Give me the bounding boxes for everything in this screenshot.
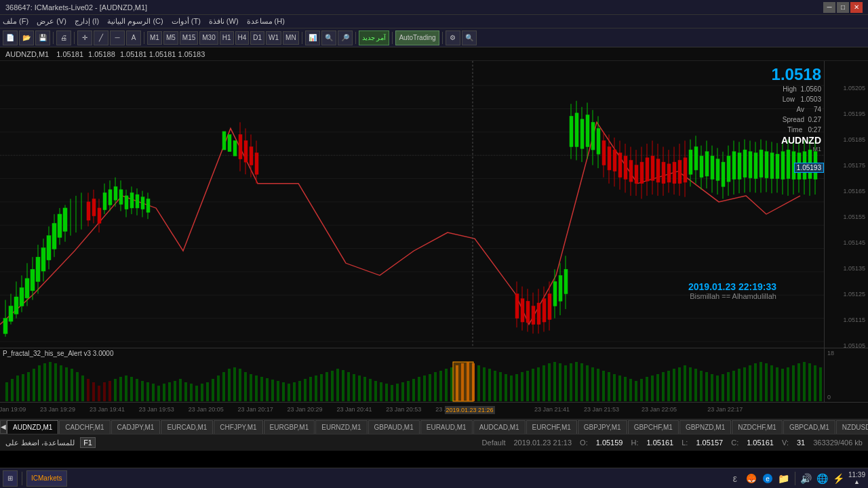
svg-rect-207	[98, 386, 100, 401]
taskbar-network-icon[interactable]: 🌐	[816, 472, 829, 485]
tab-gbpnzd-m1[interactable]: GBPNZD,M1	[679, 420, 731, 434]
taskbar-lang-icon[interactable]: ε	[728, 472, 742, 485]
svg-rect-310	[646, 377, 648, 401]
tf-m5[interactable]: M5	[163, 31, 178, 45]
tf-mn[interactable]: MN	[283, 31, 299, 45]
menu-window[interactable]: نافذة (W)	[209, 17, 239, 26]
taskbar-power-icon[interactable]: ⚡	[832, 472, 846, 485]
taskbar-browser1-icon[interactable]: 🦊	[745, 472, 758, 485]
chart-type-button[interactable]: 📊	[305, 30, 320, 45]
tab-eurgbp-m1[interactable]: EURGBP,M1	[264, 420, 315, 434]
tab-euraud-m1[interactable]: EURAUD,M1	[420, 420, 473, 434]
menu-charts[interactable]: الرسوم البيانية (C)	[107, 17, 163, 26]
taskbar-browser2-icon[interactable]: e	[761, 472, 774, 485]
tab-nzdusd-m1[interactable]: NZDUSD,M1	[836, 420, 868, 434]
zoom-out-button[interactable]: 🔎	[338, 30, 353, 45]
maximize-button[interactable]: □	[837, 2, 849, 13]
tab-nzdchf-m1[interactable]: NZDCHF,M1	[732, 420, 783, 434]
symbol-bid: 1.05181	[56, 50, 83, 58]
svg-rect-230	[222, 372, 225, 401]
zoom-in-button[interactable]: 🔍	[321, 30, 336, 45]
tab-eurchf-m1[interactable]: EURCHF,M1	[526, 420, 577, 434]
tabs-scroll-left[interactable]: ◀	[0, 420, 7, 434]
close-button[interactable]: ✕	[850, 2, 863, 13]
chart-area-wrapper: ✋ 1.0518 High 1.0560 Low 1.0503 Av 74 Sp…	[0, 61, 868, 419]
tab-gbpchf-m1[interactable]: GBPCHF,M1	[628, 420, 679, 434]
save-button[interactable]: 💾	[35, 30, 50, 45]
crosshair-button[interactable]: ✛	[77, 30, 92, 45]
svg-rect-329	[749, 365, 751, 401]
new-order-button[interactable]: آمر جديد	[359, 30, 390, 45]
svg-rect-236	[255, 375, 258, 401]
status-right: Default 2019.01.23 21:13 O: 1.05159 H: 1…	[482, 439, 863, 447]
svg-rect-196	[38, 365, 41, 401]
tab-chfjpy-m1[interactable]: CHFJPY,M1	[214, 420, 262, 434]
menu-file[interactable]: ملف (F)	[3, 17, 28, 26]
svg-rect-213	[130, 377, 133, 401]
print-button[interactable]: 🖨	[56, 30, 71, 45]
taskbar-volume-icon[interactable]: 🔊	[800, 472, 813, 485]
hline-button[interactable]: ─	[110, 30, 125, 45]
svg-rect-272	[450, 367, 453, 401]
svg-rect-33	[25, 279, 29, 298]
tab-eurnzd-m1[interactable]: EURNZD,M1	[315, 420, 367, 434]
new-chart-button[interactable]: 📄	[3, 30, 18, 45]
tab-gbpjpy-m1[interactable]: GBPJPY,M1	[578, 420, 627, 434]
tab-gbpaud-m1[interactable]: GBPAUD,M1	[368, 420, 420, 434]
menu-view[interactable]: عرض (V)	[37, 17, 66, 26]
svg-rect-38	[52, 224, 56, 249]
menu-tools[interactable]: أدوات (T)	[172, 17, 201, 26]
svg-rect-261	[391, 385, 393, 401]
tf-d1[interactable]: D1	[250, 31, 264, 45]
start-button[interactable]: ⊞	[3, 470, 18, 487]
search-button[interactable]: 🔍	[462, 30, 477, 45]
tf-w1[interactable]: W1	[266, 31, 281, 45]
time-label-7: 23 Jan 20:41	[336, 406, 372, 413]
main-chart-area[interactable]: ✋ 1.0518 High 1.0560 Low 1.0503 Av 74 Sp…	[0, 61, 868, 348]
tf-h1[interactable]: H1	[220, 31, 234, 45]
sub-chart-svg	[0, 348, 824, 402]
sub-chart-area: P_fractal_32_his_se_Alert v3 3.0000	[0, 348, 868, 402]
chart-container[interactable]: ✋ 1.0518 High 1.0560 Low 1.0503 Av 74 Sp…	[0, 61, 824, 348]
toolbar: 📄 📂 💾 🖨 ✛ ╱ ─ A M1 M5 M15 M30 H1 H4 D1 W…	[0, 28, 868, 47]
sub-scale-high: 18	[827, 350, 865, 357]
svg-rect-338	[797, 363, 800, 401]
chart-tabs-bar: ◀ AUDNZD,M1 CADCHF,M1 CADJPY,M1 EURCAD,M…	[0, 419, 868, 434]
menu-insert[interactable]: إدارج (I)	[75, 17, 99, 26]
svg-rect-270	[439, 371, 442, 401]
settings-button[interactable]: ⚙	[446, 30, 460, 45]
tab-cadchf-m1[interactable]: CADCHF,M1	[59, 420, 110, 434]
tf-m1[interactable]: M1	[147, 31, 162, 45]
minimize-button[interactable]: ─	[823, 2, 835, 13]
price-time: Time 0:27	[743, 125, 821, 135]
tab-cadjpy-m1[interactable]: CADJPY,M1	[111, 420, 161, 434]
svg-rect-249	[326, 372, 328, 401]
svg-rect-248	[320, 374, 323, 401]
open-button[interactable]: 📂	[19, 30, 34, 45]
svg-rect-67	[233, 141, 237, 157]
symbol-info-bar: AUDNZD,M1 1.05181 1.05188 1.05181 1.0518…	[0, 47, 868, 61]
mt4-taskbar-button[interactable]: ICMarkets	[26, 470, 67, 487]
tab-audcad-m1[interactable]: AUDCAD,M1	[473, 420, 526, 434]
svg-rect-339	[803, 362, 806, 401]
text-button[interactable]: A	[126, 30, 141, 45]
taskbar-explorer-icon[interactable]: 📁	[777, 472, 791, 485]
svg-rect-326	[732, 371, 735, 401]
auto-trading-button[interactable]: AutoTrading	[395, 30, 439, 45]
svg-rect-268	[429, 374, 431, 401]
line-button[interactable]: ╱	[94, 30, 108, 45]
tf-m15[interactable]: M15	[180, 31, 198, 45]
svg-rect-316	[678, 367, 681, 401]
tf-m30[interactable]: M30	[199, 31, 218, 45]
status-o-label: O:	[580, 439, 588, 447]
status-datetime: 2019.01.23 21:13	[513, 439, 572, 447]
tab-audnzd-m1[interactable]: AUDNZD,M1	[7, 420, 58, 434]
svg-rect-242	[288, 384, 290, 401]
svg-rect-262	[396, 384, 399, 401]
datetime-stamp: 2019.01.23 22:19:33 Bismillah == Alhamdu…	[688, 281, 776, 300]
tab-eurcad-m1[interactable]: EURCAD,M1	[161, 420, 213, 434]
tf-h4[interactable]: H4	[235, 31, 250, 45]
svg-rect-220	[168, 382, 171, 401]
tab-gbpcad-m1[interactable]: GBPCAD,M1	[783, 420, 835, 434]
menu-help[interactable]: مساعدة (H)	[247, 17, 285, 26]
